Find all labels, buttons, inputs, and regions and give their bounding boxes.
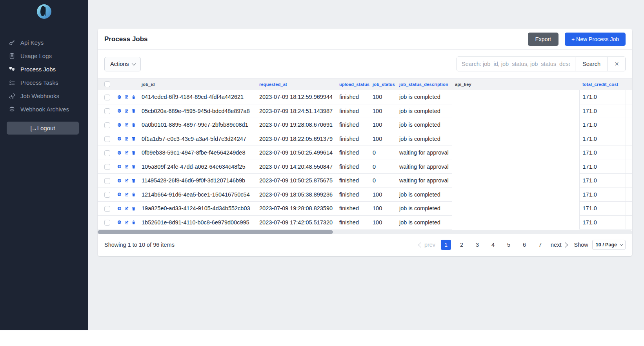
clear-search-button[interactable]: ✕ (608, 56, 626, 71)
page-size-select[interactable]: 10 / Page (592, 240, 626, 250)
cell-job-status: 0 (369, 174, 396, 188)
delete-icon[interactable] (132, 205, 135, 212)
page-button-1[interactable]: 1 (441, 240, 451, 250)
sidebar-item-process-jobs[interactable]: Process Jobs (0, 62, 88, 76)
cell-api-key (452, 118, 579, 132)
cell-job-status: 100 (369, 132, 396, 146)
row-checkbox[interactable] (104, 136, 110, 142)
view-icon[interactable] (117, 205, 122, 212)
chevron-down-icon (620, 242, 623, 246)
cell-job-id: 0414eded-6ff9-4184-89cd-4fdf4a442621 (138, 90, 256, 104)
pagination-next[interactable]: next (551, 242, 567, 248)
delete-icon[interactable] (132, 149, 135, 156)
cell-upload-status: finished (336, 188, 369, 202)
row-checkbox[interactable] (104, 206, 110, 212)
view-icon[interactable] (117, 135, 122, 142)
new-process-job-button[interactable]: + New Process Job (565, 33, 626, 46)
delete-icon[interactable] (132, 163, 135, 170)
sidebar-item-api-keys[interactable]: Api Keys (0, 36, 88, 49)
search-input[interactable] (457, 56, 575, 71)
delete-icon[interactable] (132, 219, 135, 226)
delete-icon[interactable] (132, 191, 135, 198)
edit-icon[interactable] (125, 164, 129, 170)
row-checkbox[interactable] (104, 150, 110, 156)
view-icon[interactable] (117, 107, 122, 114)
row-checkbox[interactable] (104, 95, 110, 100)
sidebar-item-process-tasks[interactable]: Process Tasks (0, 76, 88, 89)
edit-icon[interactable] (125, 177, 129, 184)
view-icon[interactable] (117, 149, 122, 156)
edit-icon[interactable] (125, 149, 129, 156)
pagination-prev[interactable]: prev (419, 242, 435, 248)
cell-job-id: 1214b664-91d6-4ea5-bce1-150416750c54 (138, 188, 256, 202)
delete-icon[interactable] (132, 177, 135, 184)
cell-requested-at: 2023-07-09 10:50:25.499614 (256, 146, 336, 160)
view-icon[interactable] (117, 191, 122, 198)
header-cell-total-credit-cost[interactable]: total_credit_cost (579, 78, 626, 90)
row-actions (117, 149, 135, 156)
table-row: 0414eded-6ff9-4184-89cd-4fdf4a442621 202… (98, 90, 632, 104)
page-button-4[interactable]: 4 (488, 240, 498, 250)
view-icon[interactable] (117, 163, 122, 170)
row-checkbox[interactable] (104, 108, 110, 114)
logout-button[interactable]: [→Logout (7, 122, 79, 135)
edit-icon[interactable] (125, 108, 129, 114)
delete-icon[interactable] (132, 122, 135, 128)
header-cell-requested-at[interactable]: requested_at (256, 78, 336, 90)
cell-job-status-description: waiting for approval (396, 146, 452, 160)
pagination: prev 1234567 next Show 10 / Page (419, 240, 626, 250)
page-button-2[interactable]: 2 (457, 240, 467, 250)
export-button[interactable]: Export (528, 33, 558, 46)
sidebar-item-usage-logs[interactable]: Usage Logs (0, 49, 88, 62)
header-cell-job-status-description[interactable]: job_status_description (396, 78, 452, 90)
cell-job-status-description: job is completed (396, 90, 452, 104)
edit-icon[interactable] (125, 191, 129, 198)
page-button-3[interactable]: 3 (472, 240, 482, 250)
cell-api-key (452, 146, 579, 160)
row-checkbox[interactable] (104, 164, 110, 170)
horizontal-scrollbar-track[interactable] (98, 230, 632, 234)
page-button-7[interactable]: 7 (535, 240, 545, 250)
delete-icon[interactable] (132, 107, 135, 114)
select-all-checkbox[interactable] (104, 81, 110, 87)
edit-icon[interactable] (125, 94, 129, 100)
page-button-6[interactable]: 6 (519, 240, 529, 250)
header-actions: Export + New Process Job (528, 33, 626, 46)
edit-icon[interactable] (125, 136, 129, 142)
row-checkbox[interactable] (104, 192, 110, 198)
cell-requested-at: 2023-07-09 14:20:48.550847 (256, 160, 336, 174)
sidebar-item-label: Webhook Archives (20, 106, 69, 113)
cell-requested-at: 2023-07-09 18:12:59.969944 (256, 90, 336, 104)
cell-upload-status: finished (336, 104, 369, 118)
page-button-5[interactable]: 5 (504, 240, 514, 250)
row-checkbox[interactable] (104, 178, 110, 184)
sidebar-item-webhook-archives[interactable]: Webhook Archives (0, 102, 88, 116)
header-cell-upload-status[interactable]: upload_status (336, 78, 369, 90)
edit-icon[interactable] (125, 219, 129, 226)
header-cell-job-status[interactable]: job_status (369, 78, 396, 90)
view-icon[interactable] (117, 177, 122, 184)
row-actions (117, 205, 135, 212)
view-icon[interactable] (117, 122, 122, 128)
edit-icon[interactable] (125, 205, 129, 211)
cell-job-id: 19a825e0-ad33-4124-9105-4d34b552cb03 (138, 202, 256, 216)
view-icon[interactable] (117, 94, 122, 100)
cell-api-key (452, 202, 579, 216)
cell-spacer (626, 160, 632, 174)
horizontal-scrollbar-thumb[interactable] (98, 230, 333, 234)
delete-icon[interactable] (132, 135, 135, 142)
cell-job-status: 100 (369, 202, 396, 216)
actions-dropdown-button[interactable]: Actions (104, 57, 141, 71)
row-actions (117, 122, 135, 128)
cell-upload-status: finished (336, 160, 369, 174)
view-icon[interactable] (117, 219, 122, 226)
delete-icon[interactable] (132, 94, 135, 100)
sidebar-item-job-webhooks[interactable]: Job Webhooks (0, 89, 88, 102)
row-checkbox[interactable] (104, 220, 110, 226)
table-header-row: job_id requested_at upload_status job_st… (98, 78, 632, 90)
cell-upload-status: finished (336, 174, 369, 188)
row-checkbox[interactable] (104, 122, 110, 128)
search-button[interactable]: Search (575, 56, 608, 71)
page-size-group: Show 10 / Page (574, 240, 626, 250)
edit-icon[interactable] (125, 122, 129, 128)
